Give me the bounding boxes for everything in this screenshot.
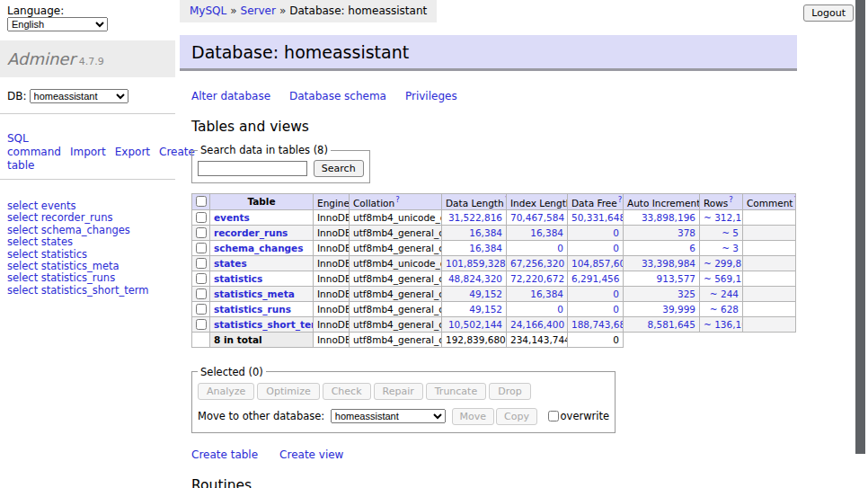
row-checkbox[interactable] [196,304,207,315]
data-length-link[interactable]: 48,824,320 [448,273,502,284]
data-length-cell: 31,522,816 [442,209,507,225]
auto-increment-link[interactable]: 8,581,645 [648,319,695,330]
index-length-link[interactable]: 67,256,320 [510,258,564,269]
table-name-link[interactable]: recorder_runs [214,227,288,238]
index-length-link[interactable]: 16,384 [530,288,563,299]
search-input[interactable] [198,161,307,176]
selected-action-button[interactable]: Drop [489,383,530,400]
auto-increment-link[interactable]: 33,898,196 [642,212,695,223]
row-checkbox[interactable] [196,258,207,269]
row-checkbox[interactable] [196,319,207,330]
data-length-link[interactable]: 101,859,328 [446,258,506,269]
data-free-link[interactable]: 0 [613,243,619,253]
selected-action-button[interactable]: Analyze [198,383,254,400]
data-free-link[interactable]: 0 [613,288,619,299]
data-length-link[interactable]: 49,152 [469,304,502,315]
data-free-link[interactable]: 0 [613,227,619,238]
column-help-link[interactable]: ? [729,195,733,204]
create-link[interactable]: Create table [191,448,258,461]
search-button[interactable]: Search [314,160,364,177]
database-action-link[interactable]: Database schema [289,90,386,102]
index-length-link[interactable]: 16,384 [530,227,563,238]
row-checkbox[interactable] [196,212,207,223]
data-length-link[interactable]: 31,522,816 [448,212,502,223]
index-length-link[interactable]: 0 [557,304,563,315]
selected-action-button[interactable]: Truncate [426,383,486,400]
data-length-link[interactable]: 49,152 [469,288,502,299]
move-db-select[interactable]: homeassistant [331,409,446,423]
sidebar-select-link[interactable]: select statistics_short_term [7,285,168,297]
rows-link[interactable]: ~ 312,180 [704,212,743,223]
table-name-link[interactable]: statistics_runs [214,304,291,315]
table-name-cell: statistics [210,271,314,286]
database-action-link[interactable]: Alter database [191,90,270,102]
table-name-link[interactable]: statistics [214,273,262,284]
row-checkbox[interactable] [196,273,207,284]
rows-link[interactable]: ~ 136,108 [704,319,743,330]
sidebar-action-link[interactable]: SQL command [7,132,61,158]
overwrite-checkbox[interactable] [548,411,559,421]
data-free-link[interactable]: 188,743,680 [571,319,624,330]
select-all-checkbox[interactable] [196,196,207,207]
index-length-link[interactable]: 70,467,584 [510,212,564,223]
data-length-link[interactable]: 10,502,144 [448,319,502,330]
rows-link[interactable]: ~ 5 [722,227,739,238]
data-length-link[interactable]: 16,384 [469,243,502,253]
sidebar-select-link[interactable]: select events [7,200,168,212]
move-button[interactable]: Copy [496,408,537,425]
data-free-link[interactable]: 104,857,600 [571,258,624,269]
auto-increment-link[interactable]: 325 [678,288,695,299]
create-link[interactable]: Create view [279,448,343,461]
sidebar-select-link[interactable]: select statistics [7,249,168,261]
selected-action-button[interactable]: Optimize [257,383,319,400]
rows-link[interactable]: ~ 628 [710,304,739,315]
move-button[interactable]: Move [452,408,495,425]
row-checkbox[interactable] [196,288,207,299]
sidebar-action-link[interactable]: Import [70,146,106,158]
row-checkbox[interactable] [196,243,207,253]
sidebar-select-link[interactable]: select schema_changes [7,225,168,236]
column-help-link[interactable]: ? [395,195,400,204]
breadcrumb: MySQL»Server»Database: homeassistant [180,0,437,22]
table-name-link[interactable]: schema_changes [214,243,304,253]
auto-increment-link[interactable]: 6 [689,243,695,253]
rows-link[interactable]: ~ 569,159 [704,273,743,284]
table-name-link[interactable]: statistics_meta [214,288,295,299]
rows-link[interactable]: ~ 3 [722,243,739,253]
column-help-link[interactable]: ? [793,195,795,204]
sidebar-action-link[interactable]: Export [115,146,150,158]
sidebar-select-link[interactable]: select states [7,236,168,248]
table-name-link[interactable]: statistics_short_term [214,319,314,330]
index-length-link[interactable]: 0 [557,243,563,253]
data-free-link[interactable]: 0 [613,304,619,315]
data-free-link[interactable]: 6,291,456 [571,273,619,284]
db-select[interactable]: homeassistant [30,89,128,103]
column-help-link[interactable]: ? [618,195,623,204]
selected-action-button[interactable]: Check [323,383,371,400]
table-name-link[interactable]: states [214,258,247,269]
data-free-link[interactable]: 50,331,648 [571,212,624,223]
rows-link[interactable]: ~ 299,833 [704,258,743,269]
language-select[interactable]: English [7,17,108,31]
sidebar-select-link[interactable]: select statistics_meta [7,261,168,272]
auto-increment-link[interactable]: 39,999 [662,304,695,315]
index-length-link[interactable]: 24,166,400 [510,319,564,330]
scrollbar-thumb[interactable] [855,0,865,454]
vertical-scrollbar[interactable] [855,0,865,488]
table-name-link[interactable]: events [214,212,250,223]
breadcrumb-server-link[interactable]: Server [241,4,276,17]
data-length-link[interactable]: 16,384 [469,227,502,238]
sidebar-select-link[interactable]: select statistics_runs [7,272,168,284]
index-length-link[interactable]: 72,220,672 [510,273,564,284]
auto-increment-link[interactable]: 33,398,984 [642,258,695,269]
rows-link[interactable]: ~ 244 [710,288,739,299]
auto-increment-link[interactable]: 913,577 [657,273,695,284]
row-checkbox-cell [192,316,210,332]
sidebar-select-link[interactable]: select recorder_runs [7,212,168,224]
logout-button[interactable]: Logout [803,4,854,22]
breadcrumb-mysql-link[interactable]: MySQL [190,4,226,17]
auto-increment-link[interactable]: 378 [678,227,695,238]
database-action-link[interactable]: Privileges [405,90,457,102]
selected-action-button[interactable]: Repair [374,383,423,400]
row-checkbox[interactable] [196,227,207,238]
